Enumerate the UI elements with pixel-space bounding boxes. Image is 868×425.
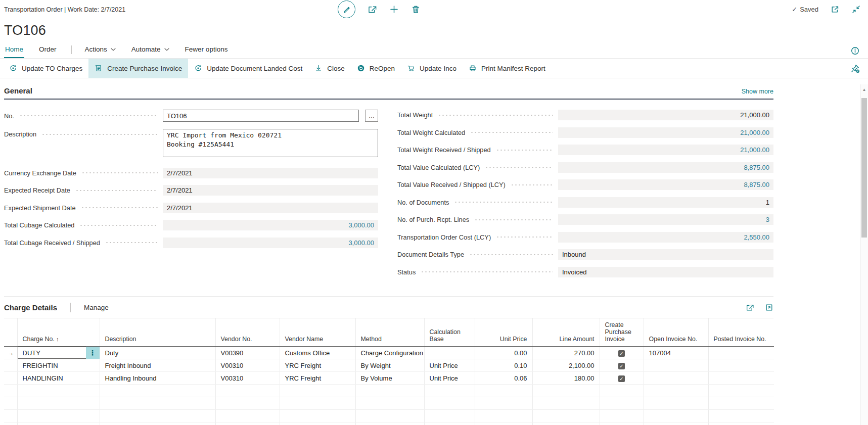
- total-value-calculated-lcy-value-link[interactable]: 8,875.00: [558, 162, 773, 173]
- total-weight-calculated-value-link[interactable]: 21,000.00: [558, 127, 773, 138]
- chevron-down-icon: [164, 48, 169, 51]
- field-label: Transportation Order Cost (LCY): [397, 233, 491, 241]
- column-header-unit_price[interactable]: Unit Price: [475, 318, 532, 347]
- cell-open_invoice_no[interactable]: 107004: [644, 347, 708, 359]
- cell-open_invoice_no[interactable]: [644, 359, 708, 372]
- update-document-landed-cost-button[interactable]: Update Document Landed Cost: [188, 59, 308, 78]
- create-purchase-invoice-checkbox[interactable]: ✓: [618, 363, 625, 369]
- create-purchase-invoice-checkbox[interactable]: ✓: [618, 350, 625, 357]
- print-manifest-report-button[interactable]: Print Manifest Report: [463, 59, 552, 78]
- scrollbar-thumb[interactable]: [861, 98, 867, 238]
- cell-calculation_base[interactable]: Unit Price: [424, 359, 475, 372]
- column-header-calculation_base[interactable]: Calculation Base: [424, 318, 475, 347]
- empty-cell: [475, 410, 532, 422]
- expected-receipt-date-value: 2/7/2021: [163, 185, 378, 196]
- menu-tab-automate[interactable]: Automate: [130, 45, 170, 58]
- action-label: Update TO Charges: [22, 65, 82, 72]
- description-textarea[interactable]: [163, 129, 378, 157]
- cell-description[interactable]: Duty: [100, 347, 215, 359]
- cell-method[interactable]: Charge Configuration: [355, 347, 424, 359]
- menu-tab-home[interactable]: Home: [4, 45, 24, 58]
- cell-create_purchase_invoice[interactable]: ✓: [600, 372, 644, 385]
- total-weight-received-shipped-value-link[interactable]: 21,000.00: [558, 145, 773, 155]
- column-header-vendor_name[interactable]: Vendor Name: [280, 318, 355, 347]
- no-input[interactable]: [163, 110, 359, 122]
- dotted-leader: [438, 115, 553, 116]
- cell-create_purchase_invoice[interactable]: ✓: [600, 347, 644, 359]
- create-purchase-invoice-button[interactable]: Create Purchase Invoice: [88, 59, 188, 78]
- cell-unit_price[interactable]: 0.10: [475, 359, 532, 372]
- info-button[interactable]: [850, 45, 860, 56]
- total-value-received-shipped-lcy-value-link[interactable]: 8,875.00: [558, 179, 773, 190]
- cell-method[interactable]: By Weight: [355, 359, 424, 372]
- cell-calculation_base[interactable]: [424, 347, 475, 359]
- empty-cell: [17, 397, 100, 410]
- transportation-order-cost-lcy-value-link[interactable]: 2,550.00: [558, 232, 773, 243]
- cell-create_purchase_invoice[interactable]: ✓: [600, 359, 644, 372]
- column-header-description[interactable]: Description: [100, 318, 215, 347]
- column-header-line_amount[interactable]: Line Amount: [532, 318, 600, 347]
- scroll-up-arrow[interactable]: ▲: [860, 84, 868, 92]
- cell-calculation_base[interactable]: Unit Price: [424, 372, 475, 385]
- new-record-button[interactable]: [389, 5, 399, 15]
- cell-method[interactable]: By Volume: [355, 372, 424, 385]
- cell-vendor_name[interactable]: Customs Office: [280, 347, 355, 359]
- unpin-action-bar-button[interactable]: [850, 63, 860, 73]
- edit-button[interactable]: [338, 1, 355, 18]
- column-header-vendor_no[interactable]: Vendor No.: [215, 318, 280, 347]
- cell-posted_invoice_no[interactable]: [708, 372, 774, 385]
- cell-line_amount[interactable]: 2,100.00: [532, 359, 600, 372]
- cell-posted_invoice_no[interactable]: [708, 359, 774, 372]
- cell-open_invoice_no[interactable]: [644, 372, 708, 385]
- share-lines-button[interactable]: [746, 303, 754, 312]
- cell-vendor_no[interactable]: V00390: [215, 347, 280, 359]
- close-button[interactable]: Close: [308, 59, 351, 78]
- total-weight-value: 21,000.00: [558, 110, 773, 120]
- action-label: Update Inco: [420, 65, 456, 72]
- menu-tab-order[interactable]: Order: [38, 45, 58, 58]
- cell-vendor_name[interactable]: YRC Freight: [280, 359, 355, 372]
- total-cubage-received-shipped-value-link[interactable]: 3,000.00: [163, 238, 378, 248]
- share-button[interactable]: [367, 5, 377, 15]
- cell-vendor_no[interactable]: V00310: [215, 372, 280, 385]
- cell-description[interactable]: Freight Inbound: [100, 359, 215, 372]
- update-inco-button[interactable]: Update Inco: [401, 59, 463, 78]
- show-more-link[interactable]: Show more: [742, 88, 773, 95]
- cell-line_amount[interactable]: 270.00: [532, 347, 600, 359]
- expand-lines-button[interactable]: [765, 303, 773, 312]
- column-header-method[interactable]: Method: [355, 318, 424, 347]
- cell-charge_no[interactable]: DUTY⋮: [17, 347, 100, 359]
- open-in-new-window-button[interactable]: [830, 5, 840, 15]
- delete-button[interactable]: [410, 5, 421, 15]
- action-label: Update Document Landed Cost: [207, 65, 302, 72]
- vertical-scrollbar[interactable]: ▲: [860, 84, 868, 425]
- manage-menu[interactable]: Manage: [84, 304, 109, 311]
- cell-vendor_name[interactable]: YRC Freight: [280, 372, 355, 385]
- menu-tab-actions[interactable]: Actions: [84, 45, 117, 58]
- cell-charge_no[interactable]: FREIGHTIN: [17, 359, 100, 372]
- column-header-posted_invoice_no[interactable]: Posted Invoice No.: [708, 318, 774, 347]
- menu-tab-fewer-options[interactable]: Fewer options: [184, 45, 229, 58]
- cell-vendor_no[interactable]: V00310: [215, 359, 280, 372]
- cell-charge_no[interactable]: HANDLINGIN: [17, 372, 100, 385]
- reopen-button[interactable]: ReOpen: [351, 59, 401, 78]
- assist-edit-button[interactable]: …: [365, 110, 378, 122]
- cell-unit_price[interactable]: 0.06: [475, 372, 532, 385]
- column-header-create_purchase_invoice[interactable]: Create Purchase Invoice: [600, 318, 644, 347]
- dotted-leader: [454, 202, 553, 203]
- cell-description[interactable]: Handling Inbound: [100, 372, 215, 385]
- cell-line_amount[interactable]: 180.00: [532, 372, 600, 385]
- create-purchase-invoice-checkbox[interactable]: ✓: [618, 375, 625, 382]
- total-cubage-calculated-value-link[interactable]: 3,000.00: [163, 220, 378, 230]
- cell-value: Freight Inbound: [105, 362, 151, 369]
- action-label: Close: [327, 65, 345, 72]
- cell-posted_invoice_no[interactable]: [708, 347, 774, 359]
- column-header-charge_no[interactable]: Charge No.↑: [17, 318, 100, 347]
- update-to-charges-button[interactable]: Update TO Charges: [3, 59, 88, 78]
- no-of-purch-rcpt-lines-value-link[interactable]: 3: [558, 214, 773, 225]
- cell-context-menu-button[interactable]: ⋮: [86, 347, 100, 359]
- column-header-open_invoice_no[interactable]: Open Invoice No.: [644, 318, 708, 347]
- cell-unit_price[interactable]: 0.00: [475, 347, 532, 359]
- collapse-page-button[interactable]: [851, 5, 861, 15]
- column-header-label: Open Invoice No.: [649, 336, 698, 343]
